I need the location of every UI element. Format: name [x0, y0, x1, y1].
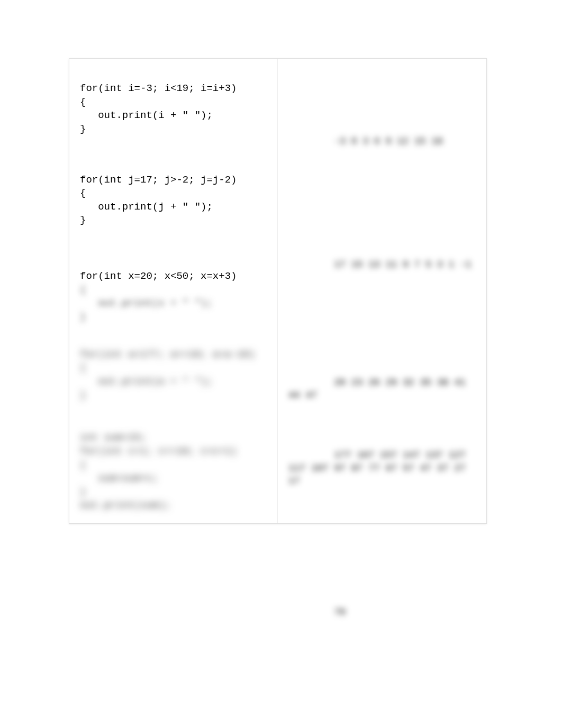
- output-4-blurred: 177 167 157 147 137 127 117 107 97 87 77…: [288, 436, 476, 500]
- code-line: for(int j=17; j>-2; j=j-2): [80, 174, 237, 186]
- code-column: for(int i=-3; i<19; i=i+3) { out.print(i…: [69, 59, 278, 523]
- code-line: for(int i=-3; i<19; i=i+3): [80, 83, 237, 94]
- code-line-blurred: int sum=15;: [80, 432, 146, 443]
- code-line-blurred: out.print(x + " ");: [80, 297, 213, 309]
- code-line-blurred: for(int a=177; a>=10; a=a-10): [80, 349, 255, 360]
- output-5-blurred: 70: [288, 593, 476, 631]
- code-block-3: for(int x=20; x<50; x=x+3) { out.print(x…: [80, 270, 267, 324]
- code-line-blurred: }: [80, 486, 86, 498]
- code-line-blurred: out.print(sum);: [80, 499, 170, 511]
- output-text: 20 23 26 29 32 35 38 41 44 47: [288, 377, 472, 401]
- code-line-blurred: out.print(a + " ");: [80, 376, 213, 387]
- code-line-blurred: for(int c=1; c<=10; c=c+1): [80, 445, 237, 457]
- code-block-2: for(int j=17; j>-2; j=j-2) { out.print(j…: [80, 174, 267, 228]
- two-column-layout: for(int i=-3; i<19; i=i+3) { out.print(i…: [69, 59, 486, 523]
- code-block-4-blurred: for(int a=177; a>=10; a=a-10) { out.prin…: [80, 348, 267, 403]
- code-line: {: [80, 187, 86, 199]
- output-3-blurred: 20 23 26 29 32 35 38 41 44 47: [288, 363, 476, 415]
- code-line-blurred: {: [80, 362, 86, 374]
- output-1-blurred: -3 0 3 6 9 12 15 18: [288, 122, 476, 161]
- code-block-1: for(int i=-3; i<19; i=i+3) { out.print(i…: [80, 82, 267, 136]
- code-line-blurred: {: [80, 284, 86, 296]
- code-line: out.print(i + " ");: [80, 110, 213, 121]
- output-text: 17 15 13 11 9 7 5 3 1 -1: [334, 259, 471, 270]
- code-line-blurred: sum=sum+c;: [80, 472, 158, 484]
- code-line: }: [80, 214, 86, 226]
- output-text: 70: [334, 607, 346, 617]
- output-column: -3 0 3 6 9 12 15 18 17 15 13 11 9 7 5 3 …: [278, 59, 486, 523]
- code-line: }: [80, 123, 86, 135]
- output-2-blurred: 17 15 13 11 9 7 5 3 1 -1: [288, 245, 476, 284]
- output-text: 177 167 157 147 137 127 117 107 97 87 77…: [288, 450, 472, 486]
- output-text: -3 0 3 6 9 12 15 18: [334, 136, 442, 147]
- code-line-blurred: {: [80, 459, 86, 471]
- worksheet-page: for(int i=-3; i<19; i=i+3) { out.print(i…: [69, 58, 487, 524]
- code-line: {: [80, 96, 86, 108]
- code-line: for(int x=20; x<50; x=x+3): [80, 270, 237, 282]
- code-line-blurred: }: [80, 311, 86, 323]
- code-line: out.print(j + " ");: [80, 201, 213, 213]
- code-block-5-blurred: int sum=15; for(int c=1; c<=10; c=c+1) {…: [80, 431, 267, 513]
- code-line-blurred: }: [80, 389, 86, 401]
